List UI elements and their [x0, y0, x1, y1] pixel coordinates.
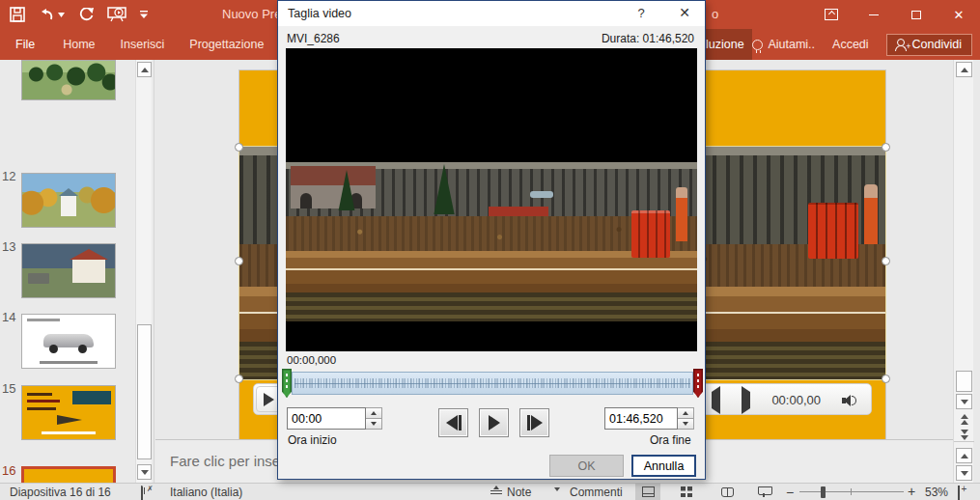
- trim-start-marker[interactable]: [282, 369, 292, 398]
- slide-sorter-view-button[interactable]: [674, 484, 699, 500]
- trim-timeline[interactable]: [282, 369, 703, 398]
- scroll-down-button[interactable]: [956, 394, 972, 409]
- end-time-spinner: [604, 407, 694, 430]
- forward-frame-button[interactable]: [742, 392, 750, 409]
- dialog-title-bar[interactable]: Taglia video ? ✕: [278, 1, 705, 26]
- dark-band: [286, 292, 697, 321]
- end-time-input[interactable]: [604, 407, 678, 430]
- spin-down-icon: [371, 422, 377, 426]
- ribbon-display-options-button[interactable]: [810, 0, 853, 29]
- zoom-in-button[interactable]: +: [908, 484, 915, 499]
- slide-number-16: 16: [2, 463, 19, 478]
- zoom-slider-track[interactable]: [799, 491, 904, 492]
- comments-toggle[interactable]: Commenti: [570, 486, 623, 499]
- save-icon[interactable]: [10, 7, 25, 22]
- selection-handle-top-left[interactable]: [235, 143, 243, 152]
- spin-up-button[interactable]: [366, 408, 381, 418]
- tab-file[interactable]: File: [0, 29, 50, 60]
- play-button[interactable]: [479, 408, 509, 437]
- play-icon: [489, 415, 500, 431]
- spin-up-button[interactable]: [678, 408, 693, 418]
- arrow-down-icon: [141, 470, 149, 475]
- slide-thumbnail-15[interactable]: [21, 385, 116, 440]
- end-time-spin-buttons: [678, 407, 694, 430]
- notes-scroll-down-button[interactable]: [956, 465, 972, 481]
- start-slideshow-icon[interactable]: [107, 7, 126, 22]
- next-slide-button[interactable]: [956, 427, 972, 442]
- powerpoint-window: Nuovo Pre o ✕ File Home Inserisci Proget…: [0, 0, 980, 500]
- previous-frame-button[interactable]: [438, 408, 468, 437]
- share-button[interactable]: + Condividi: [886, 34, 972, 56]
- tab-inserisci[interactable]: Inserisci: [108, 29, 178, 60]
- arrow-up-icon: [141, 68, 149, 72]
- red-barrier: [631, 210, 670, 259]
- maximize-button[interactable]: [895, 0, 938, 29]
- slide-thumbnail-13[interactable]: [21, 243, 116, 298]
- double-down-icon: [961, 430, 968, 440]
- undo-icon[interactable]: [39, 8, 65, 21]
- selection-handle-middle-left[interactable]: [235, 257, 243, 265]
- zoom-level[interactable]: 53%: [925, 486, 948, 499]
- scrollbar-thumb[interactable]: [956, 371, 972, 392]
- double-up-icon: [961, 414, 968, 425]
- slide-thumbnail-12[interactable]: [21, 173, 116, 228]
- normal-view-button[interactable]: [635, 484, 660, 500]
- thumbnail-scrollbar[interactable]: [135, 60, 152, 483]
- reading-view-button[interactable]: [714, 484, 740, 500]
- timeline-waveform-bar[interactable]: [292, 372, 693, 395]
- video-preview[interactable]: [286, 48, 697, 351]
- slide-thumbnail-panel: 12 13 14 15 16: [0, 60, 154, 483]
- start-time-label: Ora inizio: [288, 433, 337, 447]
- next-frame-button[interactable]: [519, 408, 549, 437]
- selection-handle-bottom-right[interactable]: [882, 375, 890, 383]
- selection-handle-middle-right[interactable]: [882, 257, 890, 265]
- tab-riproduzione-fragment[interactable]: luzione: [702, 29, 752, 60]
- scroll-up-button[interactable]: [956, 62, 972, 77]
- notes-scroll-up-button[interactable]: [956, 448, 972, 463]
- tab-progettazione[interactable]: Progettazione: [177, 29, 276, 60]
- truck-graphic: [28, 273, 49, 284]
- status-bar: Diapositiva 16 di 16 Italiano (Italia) N…: [0, 483, 980, 500]
- arrow-up-icon: [961, 68, 968, 72]
- customize-qat-icon[interactable]: [140, 11, 148, 18]
- ok-button[interactable]: OK: [549, 455, 624, 477]
- slide-thumbnail-11-partial[interactable]: [21, 60, 116, 100]
- notes-placeholder[interactable]: Fare clic per inser: [170, 453, 285, 469]
- notes-toggle[interactable]: Note: [507, 486, 531, 499]
- window-controls: ✕: [810, 0, 980, 29]
- tell-me-button[interactable]: Aiutami..: [752, 38, 815, 51]
- station-building: [291, 166, 376, 208]
- vertical-scrollbar[interactable]: [953, 60, 973, 483]
- dialog-close-button[interactable]: ✕: [672, 5, 697, 20]
- close-button[interactable]: ✕: [938, 0, 980, 29]
- back-frame-button[interactable]: [712, 392, 720, 409]
- scrollbar-thumb[interactable]: [137, 324, 152, 459]
- selection-handle-top-right[interactable]: [882, 143, 890, 152]
- fit-to-window-button[interactable]: [958, 486, 960, 500]
- selection-handle-bottom-left[interactable]: [235, 375, 243, 383]
- spin-down-button[interactable]: [366, 418, 381, 429]
- slide-thumbnail-14[interactable]: [21, 314, 116, 369]
- trim-end-marker[interactable]: [693, 369, 703, 398]
- spellcheck-icon[interactable]: [141, 486, 143, 500]
- dialog-help-button[interactable]: ?: [631, 6, 651, 20]
- zoom-slider-thumb[interactable]: [821, 486, 826, 498]
- slide-number-13: 13: [2, 239, 19, 254]
- slide-counter[interactable]: Diapositiva 16 di 16: [10, 486, 111, 499]
- volume-icon[interactable]: [842, 394, 857, 407]
- sign-in-button[interactable]: Accedi: [832, 38, 869, 51]
- language-indicator[interactable]: Italiano (Italia): [170, 486, 242, 499]
- trim-video-dialog: Taglia video ? ✕ MVI_6286 Durata: 01:46,…: [277, 0, 706, 480]
- spin-down-button[interactable]: [678, 418, 693, 429]
- scroll-down-button[interactable]: [137, 464, 152, 480]
- previous-slide-button[interactable]: [956, 411, 972, 427]
- tab-home[interactable]: Home: [50, 29, 107, 60]
- zoom-out-button[interactable]: −: [786, 485, 794, 500]
- scroll-up-button[interactable]: [137, 62, 152, 77]
- dialog-title: Taglia video: [288, 7, 351, 20]
- slideshow-view-button[interactable]: [751, 484, 776, 500]
- cancel-button[interactable]: Annulla: [631, 455, 696, 477]
- minimize-button[interactable]: [853, 0, 895, 29]
- start-time-input[interactable]: [287, 407, 366, 430]
- redo-icon[interactable]: [78, 8, 94, 22]
